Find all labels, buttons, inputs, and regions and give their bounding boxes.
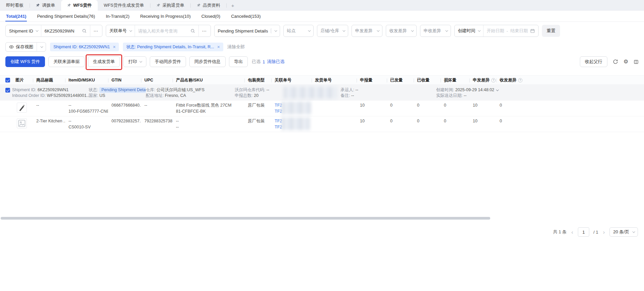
product-thumbnail[interactable] [17,103,27,113]
print-button[interactable]: 打印 [123,56,146,67]
clear-all-filters-link[interactable]: 清除全部 [227,44,245,50]
link-source-doc-button[interactable]: 关联来源单据 [48,56,85,67]
sync-shipment-info-button[interactable]: 同步货件信息 [189,56,226,67]
product-name: -- [176,118,241,124]
subtab-pending-shipment-details[interactable]: Pending Shipment Details(76) [32,11,100,21]
subtab-cancelled[interactable]: Cancelled(153) [226,11,266,21]
save-view-button[interactable]: 保存视图 [5,42,46,52]
pin-icon [67,3,71,7]
date-separator: - [507,28,508,34]
filter-tag-shipment-id: Shipment ID: 6KZ250929WN1 × [50,43,119,51]
top-tab-bar: 即时看板 调拨单 WFS货件 WFS货件生成发货单 采购退货单 品类资料 + [0,0,644,11]
subtab-closed[interactable]: Closed(0) [196,11,226,21]
site-filter-select[interactable]: 站点 [283,25,314,37]
group-checkbox[interactable] [5,88,10,93]
related-no-more-button[interactable]: ⋯ [199,25,211,37]
gtin: 007922883257... [111,118,138,124]
more-icon: ⋯ [202,28,207,34]
page-size-select[interactable]: 20 条/页 [609,227,638,237]
country-label: 国家: [89,93,98,98]
clear-selected-link[interactable]: 清除已选 [267,59,284,65]
product-thumbnail[interactable] [17,118,27,128]
declare-ship-diff-filter-select[interactable]: 申发差异 [352,25,382,37]
manual-sync-button[interactable]: 手动同步货件 [150,56,186,67]
horizontal-scrollbar-thumb[interactable] [1,217,490,220]
tab-dashboard[interactable]: 即时看板 [0,0,30,11]
subtab-receiving-in-progress[interactable]: Receiving In Progress(10) [135,11,196,21]
tab-purchase-return[interactable]: 采购退货单 [150,0,190,11]
declare-receive-diff-filter-select[interactable]: 申收差异 [420,25,451,37]
product-sku: -- [176,124,241,130]
select-all-checkbox[interactable] [5,78,10,82]
chevron-down-icon [445,29,448,32]
item-id: -- [68,103,105,108]
question-icon[interactable]: ? [518,78,522,82]
shipment-id-field-select[interactable]: Shipment ID [6,25,41,37]
question-icon[interactable]: ? [491,78,496,82]
add-tab-button[interactable]: + [227,0,239,11]
more-icon: ⋯ [94,28,99,34]
subtab-in-transit[interactable]: In-Transit(2) [100,11,135,21]
generate-shipping-order-button[interactable]: 生成发货单 [88,56,120,67]
export-button[interactable]: 导出 [229,56,248,67]
product-title-cell: -- [33,103,65,108]
wm-code-value: -- [266,88,269,92]
reset-button[interactable]: 重置 [542,25,560,37]
horizontal-scrollbar [0,217,644,220]
refresh-icon[interactable] [613,59,618,64]
gear-icon[interactable]: ⚙ [624,59,628,64]
item-id: -- [68,118,105,124]
product-row[interactable]: -- -- 100-FG5657777-CN8... 066677666840.… [0,101,644,116]
header-declare-ship-diff: 申发差异? [469,76,496,84]
status-label: 状态: [89,88,98,92]
product-row[interactable]: 2-Tier Kitchen ... -- CS0010-SV 00792288… [0,116,644,132]
next-page-icon[interactable]: › [602,229,606,235]
warehouse-label: 仓库: [146,88,155,92]
chevron-down-icon[interactable] [496,88,499,91]
product-name-sku-cell: -- -- [173,118,244,130]
inbound-order-id-label: Inbound Order ID: [12,93,46,98]
shipment-id-input[interactable] [45,28,80,34]
header-receive-ship-diff: 收发差异? [496,76,524,84]
save-view-dropdown[interactable] [37,43,46,51]
damaged-qty-cell: 0 [441,118,469,124]
start-date-placeholder: 开始日期 [487,28,504,34]
close-icon[interactable]: × [217,44,220,50]
tab-transfer-order[interactable]: 调拨单 [30,0,61,11]
redacted-blur-block [284,87,337,99]
receive-ship-diff-filter-select[interactable]: 收发差异 [386,25,417,37]
related-no-input[interactable] [138,28,188,34]
declared-qty-cell: 10 [357,118,387,124]
package-type-cell: 原厂包装 [244,118,271,124]
shipment-group-row[interactable]: Shipment ID: 6KZ250929WN1 Inbound Order … [0,85,644,101]
tab-wfs-shipments[interactable]: WFS货件 [61,0,98,11]
store-warehouse-filter-select[interactable]: 店铺/仓库 [317,25,348,37]
column-settings-icon[interactable] [634,59,639,64]
close-icon[interactable]: × [113,44,116,50]
save-view-main[interactable]: 保存视图 [6,43,37,51]
filter-bar: Shipment ID ⋯ 关联单号 ⋯ Pending S [0,22,644,37]
declare-ship-diff-cell: 10 [469,118,496,124]
tab-label: WFS货件 [73,2,92,8]
shipment-id-more-button[interactable]: ⋯ [90,25,102,37]
search-icon[interactable] [190,28,195,33]
tab-category-data[interactable]: 品类资料 [191,0,226,11]
search-icon[interactable] [82,28,87,33]
declared-total-label: 申报总数: [235,93,252,98]
shipment-id-value: 6KZ250929WN1 [38,88,68,92]
tab-label: WFS货件生成发货单 [104,2,144,8]
subtab-total[interactable]: Total(241) [1,11,32,21]
group-status: 状态: Pending Shipment Details 国家: US [89,87,146,99]
tab-wfs-generate-shipping-order[interactable]: WFS货件生成发货单 [98,0,150,11]
related-no-field-select[interactable]: 关联单号 [106,25,135,37]
current-page-input[interactable]: 1 [578,227,589,237]
generate-shipping-order-wrap: 生成发货单 [88,56,120,67]
field-label: Shipment ID [9,28,33,34]
date-range-picker[interactable]: 开始日期 - 结束日期 [484,25,538,37]
status-filter-select[interactable]: Pending Shipment Details +2 [214,25,280,37]
create-wfs-shipment-button[interactable]: 创建 WFS 货件 [5,56,45,67]
prev-page-icon[interactable]: ‹ [571,229,574,235]
date-field-select[interactable]: 创建时间 [455,25,483,37]
collapse-parent-rows-button[interactable]: 收起父行 [580,56,607,67]
group-select-cell [0,87,12,94]
